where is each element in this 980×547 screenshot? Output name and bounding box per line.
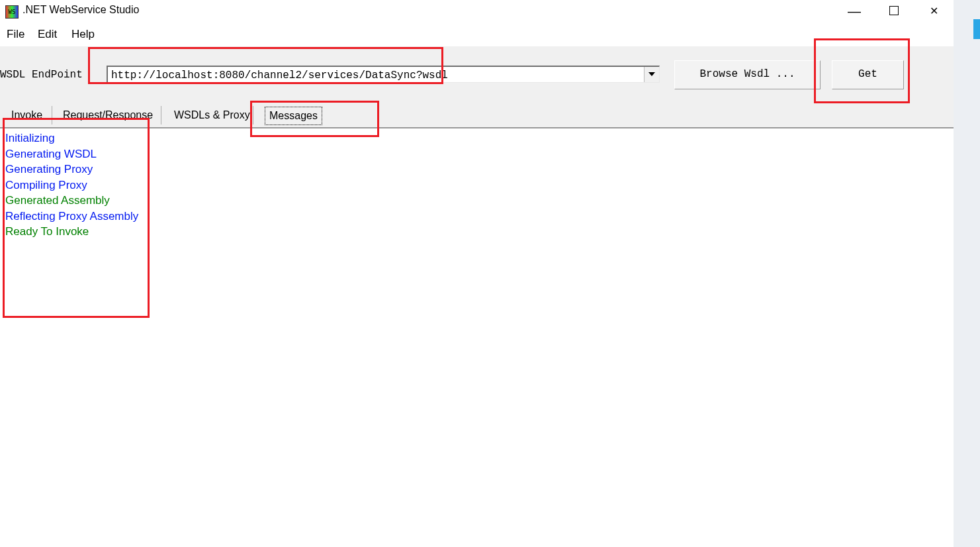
tab-messages[interactable]: Messages bbox=[265, 107, 322, 125]
message-line: Ready To Invoke bbox=[5, 224, 89, 239]
message-line: Compiling Proxy bbox=[5, 178, 87, 193]
adjacent-window-fragment bbox=[973, 19, 980, 39]
tab-separator bbox=[52, 106, 52, 124]
adjacent-window-sliver bbox=[954, 0, 980, 547]
tab-request-response[interactable]: Request/Response bbox=[60, 107, 156, 124]
endpoint-dropdown-button[interactable] bbox=[644, 67, 659, 82]
browse-wsdl-button[interactable]: Browse Wsdl ... bbox=[674, 60, 821, 89]
endpoint-combobox[interactable] bbox=[107, 66, 660, 83]
menu-help[interactable]: Help bbox=[71, 26, 95, 42]
get-button[interactable]: Get bbox=[832, 60, 904, 89]
chevron-down-icon bbox=[648, 72, 655, 76]
message-line: Generating WSDL bbox=[5, 147, 97, 162]
message-line: Reflecting Proxy Assembly bbox=[5, 209, 138, 224]
message-line: Generating Proxy bbox=[5, 162, 93, 177]
tabbar: Invoke Request/Response WSDLs & Proxy Me… bbox=[0, 99, 954, 127]
menu-edit[interactable]: Edit bbox=[38, 26, 57, 42]
menu-file[interactable]: File bbox=[7, 26, 24, 42]
window-maximize-button[interactable] bbox=[874, 0, 914, 23]
window-minimize-button[interactable]: — bbox=[834, 0, 874, 23]
tab-wsdls-proxy[interactable]: WSDLs & Proxy bbox=[171, 107, 253, 124]
toolbar: WSDL EndPoint Browse Wsdl ... Get bbox=[0, 46, 954, 99]
messages-panel: Initializing Generating WSDL Generating … bbox=[0, 128, 954, 547]
maximize-icon bbox=[889, 6, 899, 15]
message-line: Generated Assembly bbox=[5, 193, 110, 208]
titlebar: WS .NET WebService Studio — ✕ bbox=[0, 0, 954, 23]
app-icon: WS bbox=[5, 5, 19, 19]
message-line: Initializing bbox=[5, 131, 55, 146]
tab-invoke[interactable]: Invoke bbox=[8, 107, 46, 124]
window-close-button[interactable]: ✕ bbox=[914, 0, 954, 23]
app-title: .NET WebService Studio bbox=[22, 4, 139, 16]
tab-separator bbox=[253, 106, 253, 124]
tab-separator bbox=[161, 106, 161, 124]
endpoint-input[interactable] bbox=[110, 68, 642, 83]
endpoint-label: WSDL EndPoint bbox=[0, 69, 83, 81]
menubar: File Edit Help bbox=[0, 23, 954, 47]
